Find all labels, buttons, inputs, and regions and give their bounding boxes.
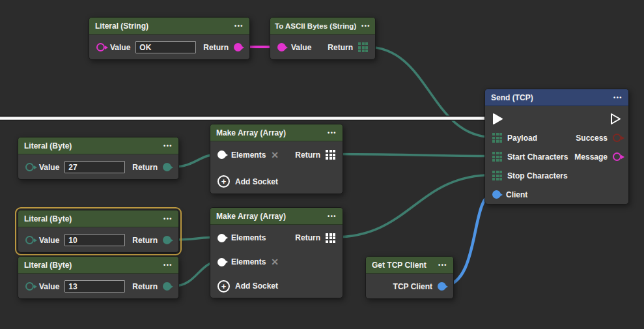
node-header[interactable]: Literal (Byte) ••• (18, 137, 178, 154)
node-send-tcp[interactable]: Send (TCP) ••• Payload Success (484, 89, 629, 205)
return-label: Return (295, 233, 320, 242)
value-input[interactable] (64, 161, 125, 173)
message-output-socket[interactable] (613, 152, 621, 161)
node-title: Literal (Byte) (24, 261, 72, 270)
exec-input-socket[interactable] (492, 113, 503, 125)
return-label: Return (203, 43, 229, 52)
add-socket-icon[interactable]: + (217, 175, 230, 188)
remove-socket-icon[interactable]: ✕ (271, 150, 279, 160)
node-menu-icon[interactable]: ••• (160, 143, 173, 149)
wire-ascii-to-payload[interactable] (367, 47, 493, 137)
byte-array-output-socket[interactable] (358, 42, 368, 52)
elements-label: Elements (231, 150, 266, 160)
wire-array2-to-stop-characters[interactable] (334, 175, 493, 238)
node-menu-icon[interactable]: ••• (231, 23, 244, 29)
node-title: To ASCII Bytes (String) (275, 22, 356, 30)
node-menu-icon[interactable]: ••• (160, 216, 173, 222)
node-literal-byte-10[interactable]: Literal (Byte) ••• Value Return (18, 210, 179, 253)
node-literal-string[interactable]: Literal (String) ••• Value Return (89, 17, 250, 60)
node-title: Get TCP Client (372, 261, 427, 270)
client-input-socket[interactable] (492, 190, 501, 199)
tcp-client-output-socket[interactable] (438, 282, 446, 291)
node-menu-icon[interactable]: ••• (324, 130, 337, 136)
node-title: Send (TCP) (491, 93, 533, 102)
node-menu-icon[interactable]: ••• (324, 213, 337, 220)
node-header[interactable]: To ASCII Bytes (String) ••• (270, 18, 375, 35)
byte-output-socket[interactable] (163, 282, 171, 291)
return-label: Return (132, 163, 158, 172)
node-header[interactable]: Send (TCP) ••• (485, 89, 628, 106)
node-menu-icon[interactable]: ••• (434, 262, 447, 268)
add-socket-icon[interactable]: + (217, 280, 230, 293)
add-socket-label[interactable]: Add Socket (235, 281, 278, 291)
node-title: Make Array (Array) (216, 212, 286, 221)
remove-socket-icon[interactable]: ✕ (271, 257, 279, 267)
string-input-socket[interactable] (277, 43, 286, 51)
node-menu-icon[interactable]: ••• (609, 94, 623, 101)
byte-output-socket[interactable] (163, 163, 171, 171)
success-label: Success (576, 134, 608, 143)
stop-characters-input-socket[interactable] (492, 171, 502, 180)
node-header[interactable]: Literal (Byte) ••• (18, 210, 178, 227)
node-make-array-2[interactable]: Make Array (Array) ••• Elements Return E… (210, 207, 343, 298)
value-label: Value (39, 163, 59, 172)
elements-label: Elements (231, 233, 266, 242)
byte-output-socket[interactable] (163, 236, 171, 244)
exec-output-socket[interactable] (610, 113, 621, 125)
node-title: Literal (Byte) (24, 214, 72, 223)
value-label: Value (39, 282, 59, 291)
value-input[interactable] (135, 41, 196, 53)
elements-label: Elements (231, 257, 266, 266)
node-title: Literal (Byte) (24, 141, 72, 150)
node-header[interactable]: Literal (String) ••• (89, 18, 249, 35)
node-header[interactable]: Make Array (Array) ••• (210, 208, 343, 225)
value-input[interactable] (64, 234, 125, 246)
payload-input-socket[interactable] (492, 133, 502, 143)
node-header[interactable]: Literal (Byte) ••• (18, 257, 178, 274)
byte-input-socket[interactable] (25, 236, 34, 244)
value-label: Value (291, 43, 311, 52)
node-get-tcp-client[interactable]: Get TCP Client ••• TCP Client (365, 256, 454, 299)
stop-characters-label: Stop Characters (507, 171, 568, 180)
node-make-array-1[interactable]: Make Array (Array) ••• Elements ✕ Return… (210, 124, 343, 194)
add-socket-label[interactable]: Add Socket (235, 177, 278, 186)
array-output-socket[interactable] (326, 150, 335, 160)
value-input[interactable] (64, 280, 125, 293)
node-title: Literal (String) (95, 21, 148, 31)
wire-array1-to-start-characters[interactable] (334, 154, 493, 156)
node-header[interactable]: Make Array (Array) ••• (210, 124, 343, 141)
node-menu-icon[interactable]: ••• (160, 262, 173, 268)
node-menu-icon[interactable]: ••• (357, 23, 371, 29)
elements-input-socket[interactable] (217, 234, 226, 242)
node-title: Make Array (Array) (216, 128, 286, 137)
byte-input-socket[interactable] (25, 282, 34, 291)
array-output-socket[interactable] (326, 233, 335, 243)
start-characters-input-socket[interactable] (492, 152, 502, 162)
return-label: Return (328, 43, 353, 52)
value-label: Value (110, 43, 130, 52)
elements-input-socket[interactable] (217, 258, 226, 266)
node-literal-byte-27[interactable]: Literal (Byte) ••• Value Return (18, 137, 179, 180)
elements-input-socket[interactable] (217, 150, 226, 159)
payload-label: Payload (507, 134, 537, 143)
value-label: Value (39, 236, 59, 245)
success-output-socket[interactable] (613, 134, 621, 142)
tcp-client-label: TCP Client (393, 282, 432, 291)
node-header[interactable]: Get TCP Client ••• (366, 257, 453, 274)
string-output-socket[interactable] (234, 43, 242, 51)
client-label: Client (506, 190, 527, 199)
return-label: Return (295, 150, 320, 160)
node-graph-canvas[interactable]: Literal (String) ••• Value Return To ASC… (0, 0, 644, 329)
string-input-socket[interactable] (96, 43, 105, 51)
return-label: Return (132, 236, 158, 245)
byte-input-socket[interactable] (25, 163, 34, 171)
start-characters-label: Start Characters (507, 152, 568, 162)
message-label: Message (574, 152, 608, 162)
return-label: Return (132, 282, 158, 291)
node-literal-byte-13[interactable]: Literal (Byte) ••• Value Return (18, 256, 179, 299)
node-to-ascii-bytes[interactable]: To ASCII Bytes (String) ••• Value Return (270, 17, 376, 60)
